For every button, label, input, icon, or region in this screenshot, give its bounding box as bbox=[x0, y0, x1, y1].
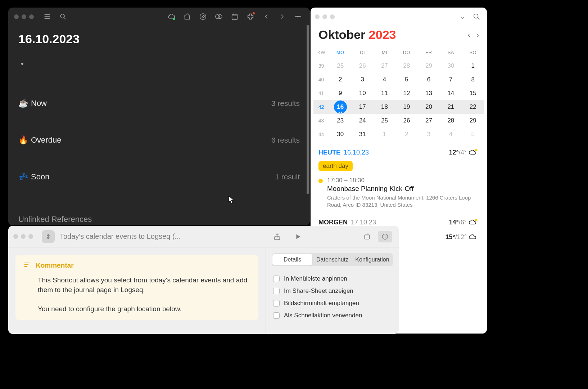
prev-month-icon[interactable]: ‹ bbox=[468, 31, 470, 39]
calendar-day[interactable]: 30 bbox=[329, 128, 351, 141]
comment-action[interactable]: Kommentar This Shortcut allows you selec… bbox=[15, 255, 258, 320]
chevron-down-icon[interactable]: ⌄ bbox=[458, 13, 467, 21]
query-overdue[interactable]: 🔥 Overdue 6 results bbox=[18, 132, 300, 148]
edit-icon[interactable] bbox=[197, 10, 209, 23]
minimize-traffic-light[interactable] bbox=[22, 14, 26, 19]
calendar-day[interactable]: 5 bbox=[462, 128, 484, 141]
tab-config[interactable]: Konfiguration bbox=[352, 254, 392, 265]
share-icon[interactable] bbox=[271, 230, 284, 243]
empty-bullet[interactable] bbox=[21, 63, 23, 65]
checkbox[interactable] bbox=[273, 288, 280, 294]
week-number[interactable]: 40 bbox=[313, 73, 329, 86]
calendar-day[interactable]: 26 bbox=[351, 59, 373, 73]
calendar-day[interactable]: 13 bbox=[418, 86, 440, 100]
next-month-icon[interactable]: › bbox=[476, 31, 479, 39]
week-number[interactable]: 42 bbox=[313, 100, 329, 114]
calendar-day[interactable]: 21 bbox=[440, 100, 462, 114]
calendar-day[interactable]: 25 bbox=[374, 114, 395, 128]
calendar-day[interactable]: 5 bbox=[395, 73, 417, 86]
calendar-day[interactable]: 12 bbox=[395, 86, 417, 100]
calendar-day[interactable]: 2 bbox=[329, 73, 351, 86]
search-icon[interactable] bbox=[470, 10, 483, 23]
week-number[interactable]: 43 bbox=[313, 114, 329, 128]
checkbox[interactable] bbox=[273, 300, 280, 307]
calendar-day[interactable]: 20 bbox=[418, 100, 440, 114]
calendar-day[interactable]: 30 bbox=[440, 59, 462, 73]
week-number[interactable]: 44 bbox=[313, 128, 329, 141]
minimize-traffic-light[interactable] bbox=[21, 234, 26, 239]
calendar-day[interactable]: 16 bbox=[329, 100, 351, 114]
search-icon[interactable] bbox=[57, 10, 69, 23]
calendar-day[interactable]: 8 bbox=[462, 73, 484, 86]
calendar-day[interactable]: 2 bbox=[395, 128, 417, 141]
query-now[interactable]: ☕ Now 3 results bbox=[18, 95, 300, 112]
event-color-dot bbox=[318, 179, 323, 183]
allday-event[interactable]: earth day bbox=[318, 161, 353, 171]
option-quick-action[interactable]: Als Schnellaktion verwenden bbox=[272, 309, 393, 322]
info-icon[interactable] bbox=[378, 231, 392, 242]
calendar-day[interactable]: 27 bbox=[418, 114, 440, 128]
comment-text[interactable]: This Shortcut allows you select from tod… bbox=[23, 276, 250, 314]
calendar-day[interactable]: 27 bbox=[374, 59, 395, 73]
calendar-day[interactable]: 19 bbox=[395, 100, 417, 114]
scrollbar[interactable] bbox=[307, 25, 309, 194]
calendar-day[interactable]: 10 bbox=[351, 86, 373, 100]
calendar-day[interactable]: 25 bbox=[329, 59, 351, 73]
back-icon[interactable] bbox=[260, 10, 272, 23]
library-icon[interactable] bbox=[360, 231, 374, 242]
calendar-day[interactable]: 23 bbox=[329, 114, 351, 128]
flashcards-icon[interactable] bbox=[213, 10, 225, 23]
minimize-traffic-light[interactable] bbox=[322, 14, 327, 19]
zoom-traffic-light[interactable] bbox=[29, 14, 34, 19]
checkbox[interactable] bbox=[273, 276, 280, 282]
calendar-day[interactable]: 11 bbox=[374, 86, 395, 100]
forward-icon[interactable] bbox=[276, 10, 288, 23]
close-traffic-light[interactable] bbox=[13, 234, 18, 239]
query-soon[interactable]: 💤 Soon 1 result bbox=[18, 169, 300, 185]
calendar-day[interactable]: 15 bbox=[462, 86, 484, 100]
journal-title[interactable]: 16.10.2023 bbox=[18, 32, 300, 46]
tab-details[interactable]: Details bbox=[272, 254, 312, 265]
calendar-day[interactable]: 18 bbox=[374, 100, 395, 114]
zoom-traffic-light[interactable] bbox=[28, 234, 33, 239]
close-traffic-light[interactable] bbox=[315, 14, 320, 19]
calendar-day[interactable]: 26 bbox=[395, 114, 417, 128]
plugins-icon[interactable] bbox=[244, 10, 257, 23]
calendar-day[interactable]: 28 bbox=[395, 59, 417, 73]
calendar-day[interactable]: 3 bbox=[418, 128, 440, 141]
option-pin-menubar[interactable]: In Menüleiste anpinnen bbox=[272, 273, 393, 285]
calendar-day[interactable]: 7 bbox=[440, 73, 462, 86]
close-traffic-light[interactable] bbox=[14, 14, 19, 19]
option-share-sheet[interactable]: Im Share-Sheet anzeigen bbox=[272, 285, 393, 297]
menu-icon[interactable] bbox=[41, 10, 53, 23]
option-receive-screen[interactable]: Bildschirminhalt empfangen bbox=[272, 297, 393, 309]
calendar-day[interactable]: 29 bbox=[418, 59, 440, 73]
cloud-sync-icon[interactable] bbox=[165, 10, 177, 23]
calendar-day[interactable]: 29 bbox=[462, 114, 484, 128]
calendar-day[interactable]: 4 bbox=[440, 128, 462, 141]
event-row[interactable]: 17:30 – 18:30 Moonbase Planning Kick-Off… bbox=[318, 175, 479, 215]
unlinked-references[interactable]: Unlinked References bbox=[18, 215, 92, 224]
week-number[interactable]: 41 bbox=[313, 86, 329, 100]
checkbox[interactable] bbox=[273, 312, 280, 319]
calendar-day[interactable]: 6 bbox=[418, 73, 440, 86]
tab-privacy[interactable]: Datenschutz bbox=[312, 254, 352, 265]
home-icon[interactable] bbox=[181, 10, 193, 23]
play-icon[interactable] bbox=[291, 230, 304, 243]
zoom-traffic-light[interactable] bbox=[330, 14, 335, 19]
calendar-day[interactable]: 9 bbox=[329, 86, 351, 100]
calendar-day[interactable]: 24 bbox=[351, 114, 373, 128]
week-number[interactable]: 39 bbox=[313, 59, 329, 73]
calendar-day[interactable]: 4 bbox=[374, 73, 395, 86]
calendar-day[interactable]: 3 bbox=[351, 73, 373, 86]
calendar-day[interactable]: 28 bbox=[440, 114, 462, 128]
more-icon[interactable] bbox=[292, 10, 304, 23]
calendar-day[interactable]: 1 bbox=[374, 128, 395, 141]
calendar-day[interactable]: 31 bbox=[351, 128, 373, 141]
calendar-day[interactable]: 14 bbox=[440, 86, 462, 100]
calendar-icon[interactable] bbox=[229, 10, 241, 23]
shortcut-title[interactable]: Today's calendar events to Logseq (... bbox=[60, 232, 266, 241]
calendar-day[interactable]: 1 bbox=[462, 59, 484, 73]
calendar-day[interactable]: 22 bbox=[462, 100, 484, 114]
calendar-day[interactable]: 17 bbox=[351, 100, 373, 114]
